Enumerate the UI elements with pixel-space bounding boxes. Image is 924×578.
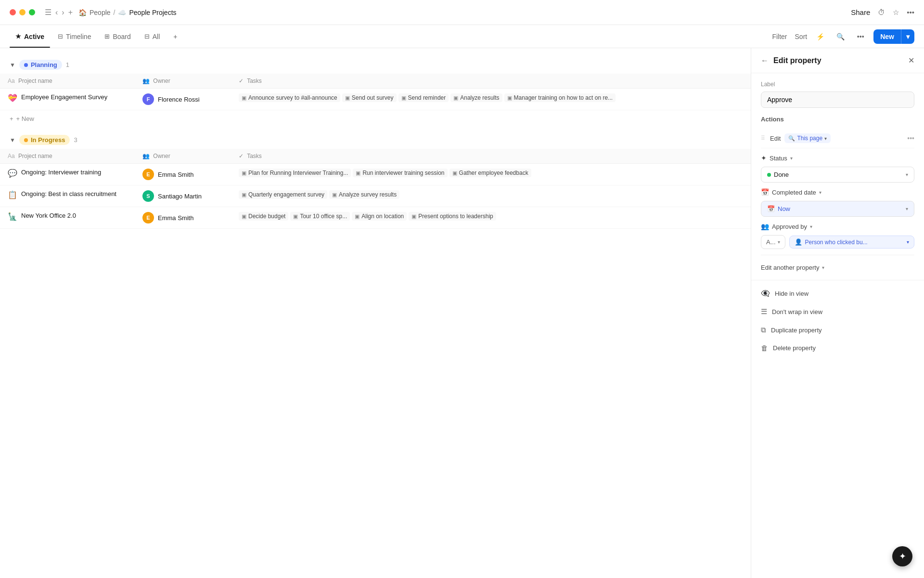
back-icon[interactable]: ‹ xyxy=(55,8,58,17)
all-tab-icon: ⊟ xyxy=(144,33,150,40)
add-tab-icon: + xyxy=(173,33,177,40)
planning-section-header[interactable]: ▼ Planning 1 xyxy=(0,56,751,74)
new-button[interactable]: New ▾ xyxy=(873,29,914,44)
inprogress-section-header[interactable]: ▼ In Progress 3 xyxy=(0,131,751,149)
project-name-text-ip3[interactable]: New York Office 2.0 xyxy=(21,212,76,219)
assignee-dropdown[interactable]: A... ▾ xyxy=(761,235,785,249)
now-dropdown[interactable]: 📅 Now ▾ xyxy=(761,201,914,217)
project-name-text-ip1[interactable]: Ongoing: Interviewer training xyxy=(21,169,101,176)
owner-cell-ip3: E Emma Smith xyxy=(135,207,231,229)
edit-property-panel: ← Edit property ✕ Label Actions ⠿ Edit 🔍… xyxy=(751,48,924,578)
task-chip-ip2-1[interactable]: ▣ Quarterly engagement survey xyxy=(239,190,327,199)
planning-add-new[interactable]: + + New xyxy=(0,110,751,127)
task-chip-ip3-2[interactable]: ▣ Tour 10 office sp... xyxy=(290,212,350,221)
avatar-emma: E xyxy=(142,169,154,180)
tab-board-label: Board xyxy=(113,33,130,40)
dont-wrap-item[interactable]: ☰ Don't wrap in view xyxy=(761,302,914,321)
edit-action-label: Edit xyxy=(770,135,781,142)
project-emoji: 💝 xyxy=(8,93,17,103)
task-chip-ip3-3[interactable]: ▣ Align on location xyxy=(352,212,407,221)
task-chip[interactable]: ▣ Send reminder xyxy=(398,93,449,102)
panel-back-button[interactable]: ← xyxy=(761,56,769,65)
completed-date-section: 📅 Completed date ▾ 📅 Now ▾ xyxy=(761,188,914,217)
forward-icon[interactable]: › xyxy=(62,8,64,17)
task-chip-icon: ▣ xyxy=(345,95,350,101)
action-more-icon[interactable]: ••• xyxy=(907,134,914,142)
breadcrumb-parent[interactable]: People xyxy=(90,9,111,16)
action-left: Edit 🔍 This page ▾ xyxy=(770,133,902,143)
task-chip-ip1-2[interactable]: ▣ Run interviewer training session xyxy=(353,169,447,177)
label-field-label: Label xyxy=(761,81,914,88)
share-button[interactable]: Share xyxy=(851,8,870,16)
tab-add[interactable]: + xyxy=(167,30,183,43)
task-chip-ip2-2[interactable]: ▣ Analyze survey results xyxy=(329,190,399,199)
hide-in-view-label: Hide in view xyxy=(775,290,808,297)
delete-icon: 🗑 xyxy=(761,344,768,352)
task-chip[interactable]: ▣ Announce survey to #all-announce xyxy=(239,93,340,102)
maximize-traffic-light[interactable] xyxy=(29,9,35,15)
tab-active[interactable]: ★ Active xyxy=(10,30,50,43)
task-chip-ip3-1[interactable]: ▣ Decide budget xyxy=(239,212,288,221)
minimize-traffic-light[interactable] xyxy=(19,9,26,15)
task-chip[interactable]: ▣ Send out survey xyxy=(342,93,397,102)
task-chip-label: Manager training on how to act on re... xyxy=(514,94,613,101)
task-icon: ▣ xyxy=(242,213,246,220)
edit-another-label: Edit another property xyxy=(761,264,819,271)
planning-dot xyxy=(24,63,28,67)
close-traffic-light[interactable] xyxy=(10,9,16,15)
star-icon[interactable]: ☆ xyxy=(893,8,899,17)
inprogress-count: 3 xyxy=(74,136,77,144)
project-name-text-ip2[interactable]: Ongoing: Best in class recruitment xyxy=(21,190,116,197)
new-button-arrow[interactable]: ▾ xyxy=(901,29,914,44)
section-divider xyxy=(761,255,914,255)
panel-title: Edit property xyxy=(773,56,903,65)
status-header[interactable]: ✦ Status ▾ xyxy=(761,154,914,162)
more-options-icon[interactable]: ••• xyxy=(853,29,868,44)
duplicate-label: Duplicate property xyxy=(771,327,822,334)
panel-close-button[interactable]: ✕ xyxy=(908,56,914,65)
task-chip[interactable]: ▣ Analyze results xyxy=(450,93,502,102)
search-icon[interactable]: 🔍 xyxy=(833,29,847,44)
task-chip-ip1-3[interactable]: ▣ Gather employee feedback xyxy=(449,169,531,177)
task-label: Tour 10 office sp... xyxy=(300,213,347,220)
person-tag[interactable]: 👤 Person who clicked bu... ▾ xyxy=(789,236,914,249)
owner-cell-ip2: S Santiago Martin xyxy=(135,185,231,207)
filter-button[interactable]: Filter xyxy=(772,33,787,40)
owner-cell: F Florence Rossi xyxy=(135,89,231,110)
project-name-text[interactable]: Employee Engagement Survey xyxy=(21,93,107,101)
status-section: ✦ Status ▾ Done ▾ xyxy=(761,154,914,183)
tab-all[interactable]: ⊟ All xyxy=(139,30,166,43)
status-dropdown[interactable]: Done ▾ xyxy=(761,167,914,183)
sidebar-toggle-icon[interactable]: ☰ xyxy=(45,8,51,17)
more-icon[interactable]: ••• xyxy=(907,8,914,16)
tab-timeline[interactable]: ⊟ Timeline xyxy=(52,30,97,43)
label-input[interactable] xyxy=(761,92,914,108)
approved-by-row: A... ▾ 👤 Person who clicked bu... ▾ xyxy=(761,235,914,249)
drag-handle-icon[interactable]: ⠿ xyxy=(761,135,765,142)
task-chip-ip1-1[interactable]: ▣ Plan for Running Interviewer Training.… xyxy=(239,169,351,177)
hide-in-view-item[interactable]: 👁‍🗨 Hide in view xyxy=(761,284,914,302)
history-icon[interactable]: ⏱ xyxy=(878,8,885,16)
delete-property-item[interactable]: 🗑 Delete property xyxy=(761,339,914,357)
dont-wrap-label: Don't wrap in view xyxy=(772,308,822,315)
project-emoji-ip1: 💬 xyxy=(8,169,17,178)
timeline-tab-icon: ⊟ xyxy=(58,33,63,40)
fab-button[interactable]: ✦ xyxy=(892,546,912,566)
menu-divider xyxy=(751,280,924,280)
task-chip-ip3-4[interactable]: ▣ Present options to leadership xyxy=(409,212,496,221)
col-tasks-icon-2: ✓ xyxy=(239,153,244,159)
col-owner-icon-2: 👥 xyxy=(142,153,150,159)
duplicate-property-item[interactable]: ⧉ Duplicate property xyxy=(761,321,914,339)
add-icon[interactable]: + xyxy=(68,8,73,17)
lightning-icon[interactable]: ⚡ xyxy=(813,29,827,44)
edit-another-property[interactable]: Edit another property ▾ xyxy=(761,259,914,276)
tab-board[interactable]: ⊞ Board xyxy=(99,30,136,43)
edit-target-tag[interactable]: 🔍 This page ▾ xyxy=(784,133,831,143)
task-chip-icon: ▣ xyxy=(242,95,246,101)
table-row: 📋 Ongoing: Best in class recruitment S S… xyxy=(0,185,751,207)
status-done-dot xyxy=(767,173,771,177)
sort-button[interactable]: Sort xyxy=(795,33,808,40)
task-chip[interactable]: ▣ Manager training on how to act on re..… xyxy=(504,93,616,102)
inprogress-col-owner: 👥 Owner xyxy=(135,149,231,164)
owner-name-ip1: Emma Smith xyxy=(158,171,193,178)
